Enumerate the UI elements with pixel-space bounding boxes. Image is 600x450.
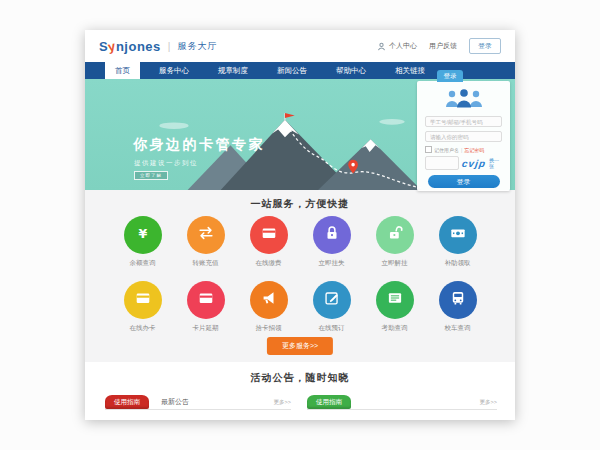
login-tab[interactable]: 登录 xyxy=(437,70,463,82)
tab-latest-announcements[interactable]: 最新公告 xyxy=(161,395,189,409)
forgot-password-link[interactable]: 忘记密码 xyxy=(464,147,484,153)
more-link-right[interactable]: 更多>> xyxy=(480,395,497,409)
service-label: 立即挂失 xyxy=(319,259,345,268)
svg-text:¥: ¥ xyxy=(138,226,147,241)
transfer-icon xyxy=(197,224,215,246)
site-header: Synjones | 服务大厅 个人中心用户反馈 登录 xyxy=(85,30,515,62)
service-label: 考勤查询 xyxy=(382,324,408,333)
guide-panel-right: 使用指南 更多>> xyxy=(307,394,497,410)
service-item[interactable]: ¥余额查询 xyxy=(111,216,174,268)
captcha-refresh-link[interactable]: 换一张 xyxy=(489,157,502,169)
header-link[interactable]: 用户反馈 xyxy=(429,41,457,51)
bus-icon xyxy=(449,289,467,311)
edit-icon xyxy=(323,289,341,311)
service-item[interactable]: 在线缴费 xyxy=(237,216,300,268)
service-label: 立即解挂 xyxy=(382,259,408,268)
remember-checkbox[interactable] xyxy=(425,146,432,153)
login-panel: 记住用户名 | 忘记密码 cvjp 换一张 登录 xyxy=(417,81,510,191)
service-label: 在线办卡 xyxy=(130,324,156,333)
remember-row: 记住用户名 | 忘记密码 xyxy=(425,146,502,153)
hero-cta-badge[interactable]: 立即了解 xyxy=(134,171,168,180)
users-group-icon xyxy=(425,87,502,113)
remember-label: 记住用户名 xyxy=(434,147,459,153)
service-item[interactable]: 校车查询 xyxy=(426,281,489,333)
service-item[interactable]: 立即解挂 xyxy=(363,216,426,268)
service-label: 补助领取 xyxy=(445,259,471,268)
user-icon xyxy=(377,42,386,51)
nav-item[interactable]: 帮助中心 xyxy=(326,62,376,79)
more-services-button[interactable]: 更多服务>> xyxy=(267,337,333,355)
service-label: 在线预订 xyxy=(319,324,345,333)
nav-item[interactable]: 规章制度 xyxy=(208,62,258,79)
captcha-input[interactable] xyxy=(425,156,459,170)
unlock-icon xyxy=(386,224,404,246)
more-link-left[interactable]: 更多>> xyxy=(274,395,291,409)
announcements-title: 活动公告，随时知晓 xyxy=(85,362,515,385)
service-item[interactable]: 考勤查询 xyxy=(363,281,426,333)
nav-item[interactable]: 相关链接 xyxy=(385,62,435,79)
captcha-row: cvjp 换一张 xyxy=(425,156,502,170)
banknote-icon xyxy=(449,224,467,246)
service-label: 校车查询 xyxy=(445,324,471,333)
service-label: 卡片延期 xyxy=(193,324,219,333)
service-item[interactable]: 转账充值 xyxy=(174,216,237,268)
tab-usage-guide-right[interactable]: 使用指南 xyxy=(307,395,351,409)
services-title: 一站服务，方便快捷 xyxy=(85,190,515,211)
announcement-panels: 使用指南 最新公告 更多>> 使用指南 更多>> xyxy=(85,394,515,410)
nav-item[interactable]: 服务中心 xyxy=(149,62,199,79)
hero-subtitle: 提供建设一步到位 xyxy=(134,159,198,168)
tab-usage-guide-left[interactable]: 使用指南 xyxy=(105,395,149,409)
card-icon xyxy=(260,224,278,246)
service-item[interactable]: 补助领取 xyxy=(426,216,489,268)
hero-title: 你身边的卡管专家 xyxy=(133,136,265,154)
announcements-section: 活动公告，随时知晓 使用指南 最新公告 更多>> 使用指南 更多>> xyxy=(85,362,515,420)
card-icon xyxy=(197,289,215,311)
site-name: 服务大厅 xyxy=(177,40,217,53)
lock-icon xyxy=(323,224,341,246)
yen-icon: ¥ xyxy=(134,224,152,246)
services-section: 一站服务，方便快捷 ¥余额查询转账充值在线缴费立即挂失立即解挂补助领取在线办卡卡… xyxy=(85,190,515,362)
logo-divider: | xyxy=(168,41,171,52)
service-item[interactable]: 卡片延期 xyxy=(174,281,237,333)
portal-page: Synjones | 服务大厅 个人中心用户反馈 登录 首页服务中心规章制度新闻… xyxy=(85,30,515,420)
service-label: 余额查询 xyxy=(130,259,156,268)
login-submit-button[interactable]: 登录 xyxy=(428,175,500,188)
nav-item[interactable]: 首页 xyxy=(105,62,140,79)
captcha-image[interactable]: cvjp xyxy=(461,158,487,169)
service-item[interactable]: 在线办卡 xyxy=(111,281,174,333)
list-icon xyxy=(386,289,404,311)
service-item[interactable]: 拾卡招领 xyxy=(237,281,300,333)
megaphone-icon xyxy=(260,289,278,311)
nav-item[interactable]: 新闻公告 xyxy=(267,62,317,79)
service-label: 在线缴费 xyxy=(256,259,282,268)
guide-panel-left: 使用指南 最新公告 更多>> xyxy=(105,394,291,410)
remember-divider: | xyxy=(461,147,462,153)
password-input[interactable] xyxy=(425,131,502,142)
service-label: 转账充值 xyxy=(193,259,219,268)
header-login-button[interactable]: 登录 xyxy=(469,38,501,54)
service-item[interactable]: 立即挂失 xyxy=(300,216,363,268)
username-input[interactable] xyxy=(425,116,502,127)
card-icon xyxy=(134,289,152,311)
service-label: 拾卡招领 xyxy=(256,324,282,333)
header-links: 个人中心用户反馈 xyxy=(389,41,457,51)
logo-text-rest: njones xyxy=(116,39,161,54)
header-link[interactable]: 个人中心 xyxy=(389,41,417,51)
logo[interactable]: Synjones xyxy=(99,39,161,54)
service-item[interactable]: 在线预订 xyxy=(300,281,363,333)
services-grid: ¥余额查询转账充值在线缴费立即挂失立即解挂补助领取在线办卡卡片延期拾卡招领在线预… xyxy=(111,216,489,333)
